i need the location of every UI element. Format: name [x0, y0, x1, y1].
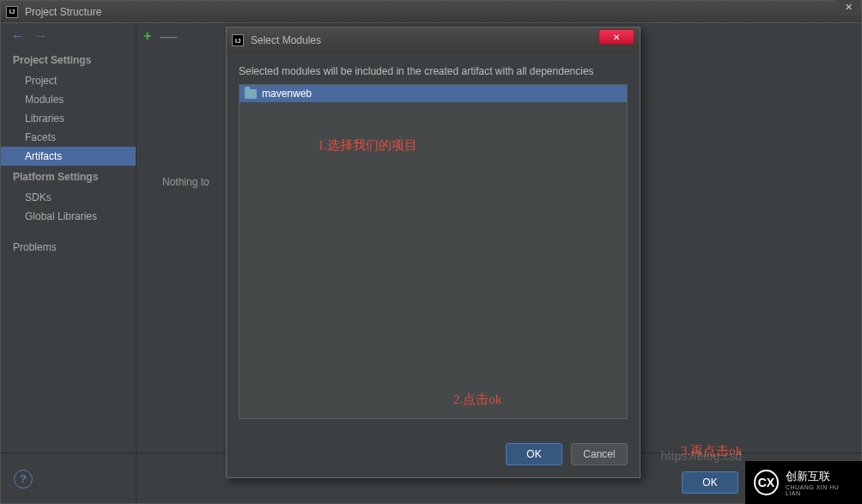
add-icon[interactable]: + — [143, 28, 151, 44]
watermark-url: https://blog.csd — [661, 449, 742, 463]
sidebar-nav: ← → — [1, 23, 136, 49]
dialog-description: Selected modules will be included in the… — [239, 65, 628, 77]
module-list[interactable]: mavenweb — [239, 84, 628, 419]
main-titlebar: Project Structure ✕ — [1, 1, 861, 23]
help-button[interactable]: ? — [14, 470, 33, 489]
brand-sub: CHUANG XIN HU LIAN — [786, 484, 853, 496]
sidebar-item-modules[interactable]: Modules — [1, 90, 136, 109]
sidebar-item-project[interactable]: Project — [1, 71, 136, 90]
sidebar-item-sdks[interactable]: SDKs — [1, 188, 136, 207]
remove-icon[interactable]: — — [160, 30, 177, 42]
brand-mark-icon: CX — [754, 470, 779, 495]
window-controls: ✕ — [835, 0, 860, 15]
section-project-settings: Project Settings — [1, 49, 136, 71]
select-modules-dialog: Select Modules ✕ Selected modules will b… — [226, 27, 640, 478]
dialog-body: Selected modules will be included in the… — [227, 53, 640, 431]
folder-icon — [245, 89, 257, 99]
section-platform-settings: Platform Settings — [1, 166, 136, 188]
dialog-ok-button[interactable]: OK — [506, 443, 562, 465]
sidebar-item-facets[interactable]: Facets — [1, 128, 136, 147]
empty-placeholder: Nothing to — [162, 176, 209, 188]
sidebar-item-global-libraries[interactable]: Global Libraries — [1, 207, 136, 226]
brand-text: 创新互联 CHUANG XIN HU LIAN — [786, 469, 853, 496]
module-label: mavenweb — [262, 88, 312, 100]
window-title: Project Structure — [25, 6, 101, 18]
window-close-button[interactable]: ✕ — [836, 0, 860, 15]
dialog-title: Select Modules — [251, 34, 321, 46]
dialog-app-icon — [232, 34, 244, 46]
sidebar-item-libraries[interactable]: Libraries — [1, 109, 136, 128]
dialog-titlebar: Select Modules ✕ — [227, 27, 640, 53]
nav-forward-icon[interactable]: → — [33, 28, 47, 44]
app-icon — [6, 6, 18, 18]
dialog-buttons: OK Cancel — [227, 431, 640, 477]
brand-logo: CX 创新互联 CHUANG XIN HU LIAN — [745, 461, 862, 504]
dialog-cancel-button[interactable]: Cancel — [571, 443, 628, 465]
sidebar: ← → Project Settings Project Modules Lib… — [1, 23, 137, 503]
sidebar-item-artifacts[interactable]: Artifacts — [1, 147, 136, 166]
close-icon: ✕ — [613, 33, 620, 42]
sidebar-item-problems[interactable]: Problems — [1, 238, 136, 257]
dialog-close-button[interactable]: ✕ — [598, 29, 634, 45]
brand-name: 创新互联 — [786, 469, 853, 484]
module-item-mavenweb[interactable]: mavenweb — [240, 85, 627, 102]
main-ok-button[interactable]: OK — [682, 471, 738, 494]
nav-back-icon[interactable]: ← — [11, 28, 25, 44]
